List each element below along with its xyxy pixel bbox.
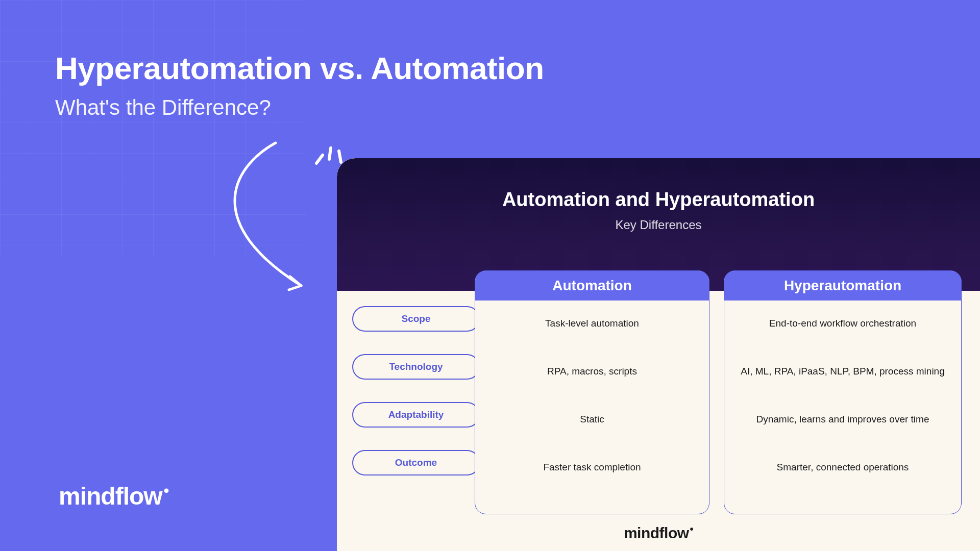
column-hyperautomation: Hyperautomation End-to-end workflow orch…	[724, 270, 962, 514]
panel-brand-dot-icon: •	[690, 523, 694, 535]
row-label-technology: Technology	[352, 354, 480, 380]
row-label-outcome: Outcome	[352, 450, 480, 475]
column-body-hyperautomation: End-to-end workflow orchestration AI, ML…	[724, 300, 961, 507]
column-body-automation: Task-level automation RPA, macros, scrip…	[475, 300, 709, 507]
cell-automation-adaptability: Static	[484, 411, 700, 459]
comparison-panel: Automation and Hyperautomation Key Diffe…	[337, 158, 980, 551]
cell-automation-outcome: Faster task completion	[484, 459, 700, 507]
cell-automation-technology: RPA, macros, scripts	[484, 363, 700, 411]
row-label-adaptability: Adaptability	[352, 402, 480, 428]
brand-dot-icon: •	[164, 482, 169, 499]
row-label-scope: Scope	[352, 306, 480, 332]
title-block: Hyperautomation vs. Automation What's th…	[55, 50, 544, 120]
cell-hyper-outcome: Smarter, connected operations	[733, 459, 952, 507]
page-subtitle: What's the Difference?	[55, 95, 544, 120]
column-header-automation: Automation	[475, 271, 709, 300]
arrow-icon	[199, 138, 332, 296]
cell-automation-scope: Task-level automation	[484, 315, 700, 363]
background-grid	[0, 0, 306, 255]
page-title: Hyperautomation vs. Automation	[55, 50, 544, 86]
panel-subtitle: Key Differences	[337, 218, 980, 232]
panel-title: Automation and Hyperautomation	[337, 189, 980, 211]
brand-text: mindflow	[59, 483, 162, 510]
brand-logo: mindflow•	[59, 482, 168, 510]
panel-brand-logo: mindflow•	[337, 523, 980, 542]
svg-line-2	[339, 151, 341, 162]
panel-brand-text: mindflow	[624, 524, 689, 541]
svg-line-1	[329, 148, 331, 159]
svg-line-0	[316, 155, 323, 163]
row-labels: Scope Technology Adaptability Outcome	[352, 306, 480, 498]
column-automation: Automation Task-level automation RPA, ma…	[475, 270, 709, 514]
cell-hyper-adaptability: Dynamic, learns and improves over time	[733, 411, 952, 459]
cell-hyper-scope: End-to-end workflow orchestration	[733, 315, 952, 363]
column-header-hyperautomation: Hyperautomation	[724, 271, 961, 300]
cell-hyper-technology: AI, ML, RPA, iPaaS, NLP, BPM, process mi…	[733, 363, 952, 411]
